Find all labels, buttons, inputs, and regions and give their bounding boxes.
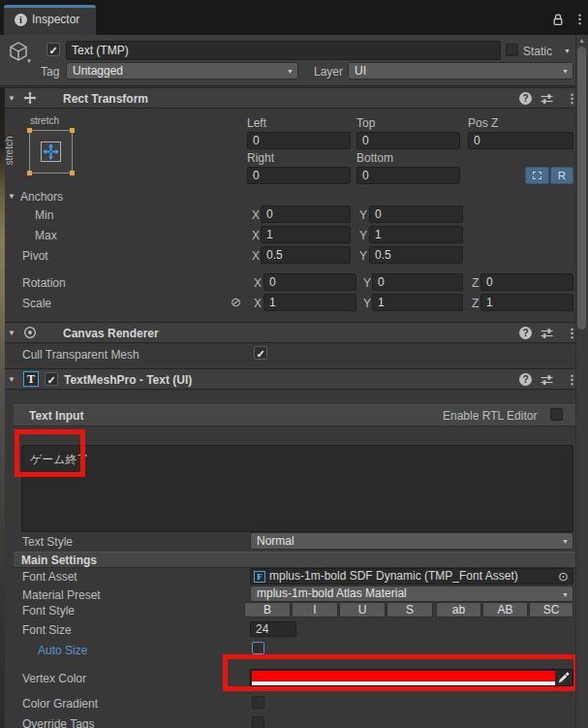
- font-asset-value: mplus-1m-bold SDF Dynamic (TMP_Font Asse…: [269, 569, 518, 583]
- axis-x-label: X: [254, 297, 262, 310]
- axis-x-label: X: [252, 208, 260, 222]
- bottom-label: Bottom: [356, 151, 393, 165]
- help-icon[interactable]: ?: [519, 373, 532, 386]
- font-size-field[interactable]: 24: [250, 621, 296, 637]
- font-style-underline-button[interactable]: U: [339, 602, 386, 617]
- canvas-renderer-foldout-icon[interactable]: ▼: [8, 329, 15, 337]
- scale-x-field[interactable]: 1: [263, 294, 356, 311]
- textmeshpro-foldout-icon[interactable]: ▼: [8, 375, 15, 384]
- layer-dropdown[interactable]: UI ▼: [348, 62, 573, 79]
- lock-icon[interactable]: [551, 13, 565, 26]
- tag-dropdown[interactable]: Untagged ▼: [66, 62, 298, 79]
- rotation-x-field[interactable]: 0: [263, 273, 356, 291]
- pivot-x-field[interactable]: 0.5: [261, 246, 351, 264]
- cull-transparent-mesh-label: Cull Transparent Mesh: [22, 348, 139, 362]
- axis-x-label: X: [254, 276, 262, 290]
- font-style-smallcaps-button[interactable]: SC: [529, 602, 573, 617]
- axis-y-label: Y: [359, 249, 367, 263]
- font-style-lowercase-button[interactable]: ab: [436, 602, 481, 617]
- presets-icon[interactable]: [541, 328, 553, 339]
- anchor-dot: [70, 128, 75, 133]
- annotation-box-text: [15, 429, 85, 477]
- pivot-label: Pivot: [22, 249, 48, 263]
- anchors-min-y-field[interactable]: 0: [369, 206, 463, 223]
- anchor-preset-button[interactable]: [29, 130, 73, 174]
- top-field[interactable]: 0: [356, 132, 460, 149]
- material-preset-value: mplus-1m-bold Atlas Material: [257, 586, 407, 600]
- anchors-foldout-icon[interactable]: ▼: [8, 192, 15, 201]
- tag-label: Tag: [41, 65, 59, 79]
- dropdown-caret-icon: ▼: [562, 538, 569, 546]
- canvas-renderer-icon: [23, 326, 37, 339]
- font-size-label: Font Size: [22, 623, 72, 637]
- posz-field[interactable]: 0: [468, 132, 573, 149]
- pivot-y-field[interactable]: 0.5: [369, 246, 463, 264]
- rect-transform-foldout-icon[interactable]: ▼: [8, 94, 15, 103]
- cull-transparent-mesh-checkbox[interactable]: ✓: [254, 346, 267, 360]
- color-gradient-checkbox[interactable]: [252, 696, 264, 709]
- gameobject-name-field[interactable]: Text (TMP): [66, 41, 501, 60]
- override-tags-label: Override Tags: [22, 717, 94, 728]
- tag-dropdown-value: Untagged: [73, 64, 123, 78]
- gameobject-icon-caret-icon[interactable]: ▼: [26, 58, 32, 64]
- axis-x-label: X: [252, 229, 260, 242]
- bottom-field[interactable]: 0: [356, 167, 460, 184]
- auto-size-checkbox[interactable]: [252, 642, 264, 654]
- enable-rtl-editor-checkbox[interactable]: [550, 408, 563, 421]
- font-asset-label: Font Asset: [22, 570, 77, 584]
- axis-z-label: Z: [472, 276, 479, 290]
- right-field[interactable]: 0: [247, 167, 351, 184]
- font-asset-f-icon: F: [254, 571, 265, 583]
- rotation-z-field[interactable]: 0: [480, 273, 573, 291]
- left-label: Left: [247, 116, 266, 130]
- font-style-uppercase-button[interactable]: AB: [482, 602, 528, 617]
- text-style-dropdown[interactable]: Normal ▼: [250, 532, 573, 550]
- font-style-italic-button[interactable]: I: [292, 602, 338, 617]
- raw-edit-mode-button[interactable]: R: [550, 167, 573, 184]
- textmeshpro-icon: T: [23, 371, 39, 387]
- textmeshpro-enabled-checkbox[interactable]: ✓: [45, 372, 58, 386]
- anchor-dot: [70, 171, 75, 175]
- checkmark-icon: ✓: [48, 45, 57, 56]
- left-field[interactable]: 0: [247, 132, 351, 149]
- tab-menu-kebab-icon[interactable]: ⋮: [573, 13, 586, 25]
- anchors-min-x-field[interactable]: 0: [261, 206, 351, 223]
- dropdown-caret-icon: ▼: [562, 68, 569, 76]
- anchors-min-label: Min: [35, 208, 53, 222]
- posz-label: Pos Z: [468, 116, 498, 130]
- help-icon[interactable]: ?: [519, 92, 532, 105]
- main-settings-bar[interactable]: [14, 552, 577, 568]
- scrollbar-thumb[interactable]: [577, 47, 586, 330]
- unlink-scale-icon[interactable]: ⊘: [231, 295, 241, 309]
- font-asset-object-field[interactable]: F mplus-1m-bold SDF Dynamic (TMP_Font As…: [250, 568, 573, 585]
- font-style-label: Font Style: [22, 604, 75, 617]
- text-input-textarea[interactable]: ゲーム終了: [21, 445, 573, 532]
- scale-y-field[interactable]: 1: [372, 294, 463, 311]
- blueprint-mode-button[interactable]: [525, 167, 549, 184]
- text-style-label: Text Style: [22, 535, 73, 549]
- anchors-max-x-field[interactable]: 1: [261, 226, 351, 243]
- object-picker-icon[interactable]: ⊙: [558, 569, 569, 584]
- axis-y-label: Y: [363, 297, 371, 310]
- gameobject-active-checkbox[interactable]: ✓: [46, 43, 60, 56]
- presets-icon[interactable]: [541, 93, 553, 105]
- material-preset-dropdown[interactable]: mplus-1m-bold Atlas Material ▼: [250, 586, 573, 602]
- help-icon[interactable]: ?: [519, 327, 532, 339]
- font-style-bold-button[interactable]: B: [244, 602, 291, 617]
- anchors-max-y-field[interactable]: 1: [369, 226, 463, 243]
- anchor-dot: [27, 171, 32, 175]
- static-checkbox[interactable]: [506, 44, 518, 56]
- auto-size-label: Auto Size: [38, 644, 87, 657]
- top-label: Top: [356, 116, 375, 130]
- override-tags-checkbox[interactable]: [252, 716, 264, 728]
- rotation-y-field[interactable]: 0: [372, 273, 463, 291]
- scale-z-field[interactable]: 1: [480, 294, 573, 311]
- font-style-strikethrough-button[interactable]: S: [387, 602, 433, 617]
- dropdown-caret-icon: ▼: [562, 591, 569, 599]
- anchors-max-label: Max: [35, 229, 57, 242]
- canvas-renderer-title: Canvas Renderer: [63, 327, 159, 340]
- presets-icon[interactable]: [541, 374, 553, 386]
- static-label: Static: [523, 45, 552, 58]
- scrollbar-up-icon[interactable]: ▲: [578, 37, 585, 44]
- checkmark-icon: ✓: [256, 348, 264, 360]
